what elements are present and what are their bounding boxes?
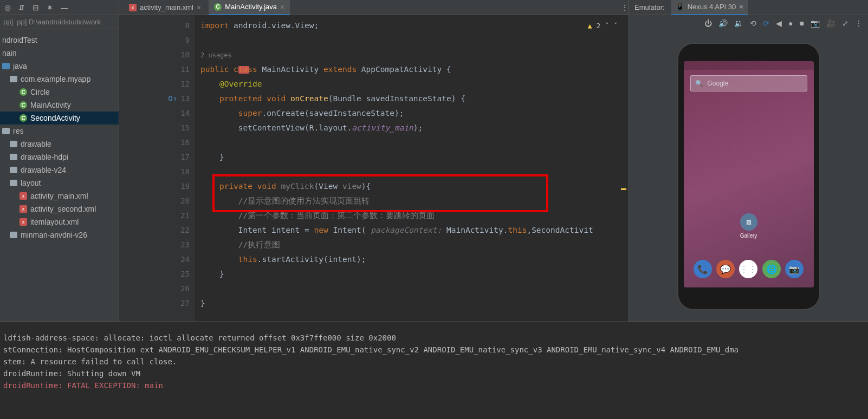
close-icon[interactable]: × bbox=[280, 3, 284, 11]
folder-icon bbox=[10, 141, 17, 147]
editor-gutter: 8 9 10 11 12 O↑13 14 15 16 17 18 19 20 bbox=[119, 15, 195, 322]
tree-androidtest[interactable]: ndroidTest bbox=[0, 34, 119, 47]
tree-activity-main-xml[interactable]: xactivity_main.xml bbox=[0, 189, 119, 202]
folder-icon bbox=[10, 232, 17, 238]
emulator-toolbar: ⏻ 🔊 🔉 ⟲ ⟳ ◀ ● ■ 📷 🎥 ⤢ ⋮ bbox=[629, 15, 868, 31]
project-panel: ◎ ⇵ ⊟ ✶ — pp] pp] D:\aandroidstudio\work… bbox=[0, 0, 119, 322]
code-area[interactable]: import android.view.View; 2 usages publi… bbox=[195, 15, 629, 322]
emulator-header: Emulator: 📱 Nexus 4 API 30 × bbox=[629, 0, 868, 15]
project-path: pp] pp] D:\aandroidstudio\work bbox=[0, 15, 119, 29]
folder-icon bbox=[10, 180, 17, 186]
scrollbar-marker[interactable] bbox=[621, 188, 626, 190]
search-icon: 🔍 bbox=[695, 80, 703, 87]
close-icon[interactable]: × bbox=[739, 3, 743, 11]
inspection-widget[interactable]: ▲ 2 ˆ ˇ bbox=[588, 18, 618, 33]
tree-res[interactable]: res bbox=[0, 125, 119, 138]
tree-main[interactable]: nain bbox=[0, 47, 119, 60]
collapse-icon[interactable]: ⊟ bbox=[33, 3, 39, 12]
project-path-label: pp] D:\aandroidstudio\work bbox=[17, 18, 101, 26]
next-warning-icon[interactable]: ˇ bbox=[613, 18, 618, 33]
emulator-panel: Emulator: 📱 Nexus 4 API 30 × ⏻ 🔊 🔉 ⟲ ⟳ ◀… bbox=[629, 0, 868, 322]
phone-icon: 📱 bbox=[676, 3, 684, 11]
tree-java[interactable]: java bbox=[0, 60, 119, 73]
class-icon: C bbox=[20, 88, 27, 96]
emulator-canvas: 🔍 Google 🖼 Gallery 📞 💬 ⋮⋮ 🌐 📷 bbox=[629, 31, 868, 322]
rotate-right-icon[interactable]: ⟳ bbox=[763, 19, 769, 28]
phone-frame: 🔍 Google 🖼 Gallery 📞 💬 ⋮⋮ 🌐 📷 bbox=[678, 44, 819, 309]
screenshot-icon[interactable]: 📷 bbox=[811, 19, 820, 28]
settings-icon[interactable]: ✶ bbox=[47, 3, 53, 12]
project-tree: ndroidTest nain java com.example.myapp C… bbox=[0, 29, 119, 322]
record-icon[interactable]: 🎥 bbox=[826, 19, 835, 28]
rotate-left-icon[interactable]: ⟲ bbox=[750, 19, 756, 28]
hide-icon[interactable]: — bbox=[61, 3, 68, 12]
xml-icon: x bbox=[20, 218, 27, 226]
home-icon[interactable]: ● bbox=[788, 19, 793, 28]
console-line: droidRuntime: Shutting down VM bbox=[3, 368, 865, 379]
editor-tabs: x activity_main.xml × C MainActivity.jav… bbox=[119, 0, 629, 15]
tree-mipmap[interactable]: minman-anvdni-v26 bbox=[0, 228, 119, 241]
tree-package[interactable]: com.example.myapp bbox=[0, 73, 119, 86]
dock-camera[interactable]: 📷 bbox=[785, 260, 804, 278]
more-icon[interactable]: ⋮ bbox=[855, 19, 863, 28]
package-icon bbox=[10, 76, 17, 82]
dock-phone[interactable]: 📞 bbox=[694, 260, 712, 278]
usages-hint[interactable]: 2 usages bbox=[200, 51, 232, 59]
volume-down-icon[interactable]: 🔉 bbox=[734, 19, 743, 28]
close-icon[interactable]: × bbox=[197, 3, 201, 12]
emulator-device-tab[interactable]: 📱 Nexus 4 API 30 × bbox=[671, 0, 748, 15]
xml-icon: x bbox=[20, 192, 27, 200]
phone-dock: 📞 💬 ⋮⋮ 🌐 📷 bbox=[684, 257, 814, 281]
phone-screen[interactable]: 🔍 Google 🖼 Gallery 📞 💬 ⋮⋮ 🌐 📷 bbox=[684, 61, 814, 287]
power-icon[interactable]: ⏻ bbox=[704, 19, 712, 28]
phone-gallery-app[interactable]: 🖼 Gallery bbox=[740, 213, 757, 239]
editor-panel: x activity_main.xml × C MainActivity.jav… bbox=[119, 0, 629, 322]
folder-icon bbox=[2, 128, 10, 134]
tab-menu-icon[interactable]: ⋮ bbox=[621, 3, 629, 12]
prev-warning-icon[interactable]: ˆ bbox=[605, 18, 609, 33]
dock-chrome[interactable]: 🌐 bbox=[762, 260, 781, 278]
emulator-label: Emulator: bbox=[634, 3, 665, 11]
override-icon[interactable]: O↑ bbox=[168, 91, 177, 106]
console-line: stem: A resource failed to call close. bbox=[3, 356, 865, 368]
warning-count: 2 bbox=[597, 18, 601, 33]
tree-secondactivity[interactable]: CSecondActivity bbox=[0, 112, 119, 125]
tree-drawable-hdpi[interactable]: drawable-hdpi bbox=[0, 150, 119, 163]
volume-up-icon[interactable]: 🔊 bbox=[718, 19, 728, 28]
tree-mainactivity[interactable]: CMainActivity bbox=[0, 99, 119, 112]
phone-search-widget[interactable]: 🔍 Google bbox=[690, 75, 807, 91]
folder-icon bbox=[10, 154, 17, 160]
tab-mainactivity-java[interactable]: C MainActivity.java × bbox=[209, 0, 290, 15]
editor-body[interactable]: 8 9 10 11 12 O↑13 14 15 16 17 18 19 20 bbox=[119, 15, 629, 322]
tree-drawable-v24[interactable]: drawable-v24 bbox=[0, 163, 119, 176]
search-placeholder: Google bbox=[708, 80, 729, 87]
tree-activity-second-xml[interactable]: xactivity_second.xml bbox=[0, 202, 119, 215]
folder-icon bbox=[10, 167, 17, 173]
warning-icon: ▲ bbox=[588, 18, 592, 33]
tab-label: MainActivity.java bbox=[225, 3, 277, 11]
zoom-icon[interactable]: ⤢ bbox=[842, 19, 848, 28]
back-icon[interactable]: ◀ bbox=[776, 19, 782, 28]
overview-icon[interactable]: ■ bbox=[800, 19, 804, 28]
logcat-console[interactable]: ldfish-address-space: allocate: ioctl al… bbox=[0, 322, 868, 419]
tree-layout[interactable]: layout bbox=[0, 176, 119, 189]
tab-label: activity_main.xml bbox=[140, 3, 193, 11]
tree-drawable[interactable]: drawable bbox=[0, 138, 119, 150]
console-line: stConnection: HostComposition ext ANDROI… bbox=[3, 344, 865, 356]
dock-apps[interactable]: ⋮⋮ bbox=[739, 260, 757, 278]
phone-statusbar bbox=[684, 61, 814, 70]
tree-itemlayout-xml[interactable]: xitemlayout.xml bbox=[0, 215, 119, 228]
tab-activity-main-xml[interactable]: x activity_main.xml × bbox=[124, 0, 206, 15]
folder-icon bbox=[2, 63, 10, 69]
xml-icon: x bbox=[129, 4, 137, 11]
gallery-label: Gallery bbox=[740, 233, 757, 239]
dock-messages[interactable]: 💬 bbox=[716, 260, 735, 278]
expand-icon[interactable]: ⇵ bbox=[18, 3, 25, 12]
tree-circle[interactable]: CCircle bbox=[0, 86, 119, 99]
locate-icon[interactable]: ◎ bbox=[4, 3, 11, 12]
project-name-label: pp] bbox=[3, 18, 17, 26]
class-icon: C bbox=[214, 3, 222, 11]
class-icon: C bbox=[20, 114, 27, 122]
project-toolbar: ◎ ⇵ ⊟ ✶ — bbox=[0, 0, 119, 15]
console-line: ldfish-address-space: allocate: ioctl al… bbox=[3, 332, 865, 344]
